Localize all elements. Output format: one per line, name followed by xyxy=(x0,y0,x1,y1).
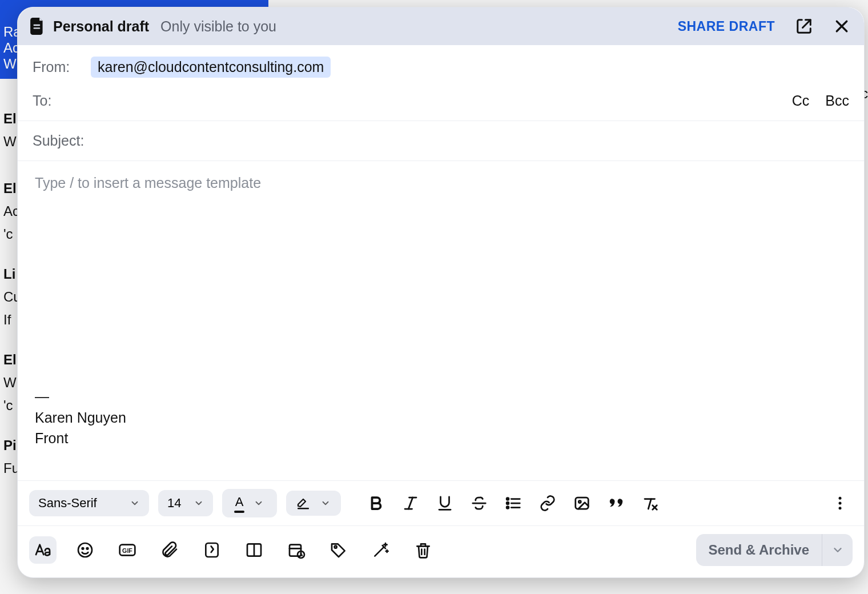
svg-point-24 xyxy=(87,548,89,549)
signature-name: Karen Nguyen xyxy=(35,407,847,428)
from-label: From: xyxy=(33,59,81,75)
signature-company: Front xyxy=(35,428,847,448)
popout-icon[interactable] xyxy=(795,18,813,35)
to-row[interactable]: To: Cc Bcc xyxy=(18,81,864,121)
highlighter-icon xyxy=(296,496,310,510)
signature: — Karen Nguyen Front xyxy=(35,386,847,448)
document-icon xyxy=(30,18,45,35)
send-options-button[interactable] xyxy=(822,534,853,566)
quote-button[interactable] xyxy=(604,491,629,516)
font-family-select[interactable]: Sans-Serif xyxy=(29,490,149,516)
quick-reply-button[interactable] xyxy=(198,536,226,564)
send-button-group: Send & Archive xyxy=(696,534,853,566)
compose-modal: Personal draft Only visible to you SHARE… xyxy=(17,7,865,578)
to-label: To: xyxy=(33,93,55,109)
font-size-select[interactable]: 14 xyxy=(158,490,213,516)
clear-format-button[interactable] xyxy=(638,491,663,516)
share-draft-button[interactable]: SHARE DRAFT xyxy=(678,19,775,34)
schedule-button[interactable] xyxy=(283,536,310,564)
template-button[interactable] xyxy=(240,536,268,564)
bold-button[interactable] xyxy=(364,491,389,516)
chevron-down-icon xyxy=(831,544,844,556)
chevron-down-icon xyxy=(320,498,331,508)
signature-dash: — xyxy=(35,386,847,407)
gif-button[interactable]: GIF xyxy=(114,536,141,564)
from-chip[interactable]: karen@cloudcontentconsulting.com xyxy=(91,57,331,78)
subject-row[interactable]: Subject: xyxy=(18,121,864,161)
body-placeholder: Type / to insert a message template xyxy=(35,175,847,191)
svg-point-33 xyxy=(335,546,337,548)
action-toolbar: GIF Send & Archive xyxy=(18,525,864,577)
attachment-button[interactable] xyxy=(156,536,183,564)
svg-point-8 xyxy=(507,498,509,500)
chevron-down-icon xyxy=(130,498,140,508)
svg-point-19 xyxy=(839,502,842,505)
text-color-icon: A xyxy=(235,495,244,512)
link-button[interactable] xyxy=(535,491,560,516)
svg-point-23 xyxy=(82,548,84,549)
tag-button[interactable] xyxy=(325,536,352,564)
bullet-list-button[interactable] xyxy=(501,491,526,516)
text-color-select[interactable]: A xyxy=(222,489,277,517)
format-toolbar: Sans-Serif 14 A xyxy=(18,480,864,525)
svg-rect-0 xyxy=(34,25,41,26)
modal-header: Personal draft Only visible to you SHARE… xyxy=(18,7,864,45)
cc-button[interactable]: Cc xyxy=(792,93,810,109)
ai-magic-button[interactable] xyxy=(367,536,395,564)
svg-rect-2 xyxy=(298,508,309,509)
svg-point-15 xyxy=(578,501,581,503)
font-family-value: Sans-Serif xyxy=(38,496,97,511)
from-row: From: karen@cloudcontentconsulting.com xyxy=(18,45,864,81)
text-format-toggle[interactable] xyxy=(29,536,57,564)
image-button[interactable] xyxy=(569,491,594,516)
subject-label: Subject: xyxy=(33,133,84,149)
svg-rect-30 xyxy=(290,545,301,556)
svg-point-18 xyxy=(839,497,842,500)
svg-rect-1 xyxy=(34,27,41,29)
header-subtitle: Only visible to you xyxy=(160,18,276,35)
close-icon[interactable] xyxy=(833,18,850,35)
chevron-down-icon xyxy=(194,498,204,508)
svg-line-5 xyxy=(408,497,413,509)
svg-point-20 xyxy=(839,507,842,509)
delete-button[interactable] xyxy=(409,536,437,564)
header-title: Personal draft xyxy=(53,18,149,35)
compose-body[interactable]: Type / to insert a message template — Ka… xyxy=(18,161,864,480)
highlight-color-select[interactable] xyxy=(286,491,341,516)
svg-point-9 xyxy=(507,502,509,504)
compose-fields: From: karen@cloudcontentconsulting.com T… xyxy=(18,45,864,161)
svg-point-22 xyxy=(78,543,92,557)
underline-button[interactable] xyxy=(432,491,457,516)
svg-point-10 xyxy=(507,507,509,509)
bcc-button[interactable]: Bcc xyxy=(825,93,849,109)
svg-text:GIF: GIF xyxy=(122,547,132,554)
chevron-down-icon xyxy=(254,498,264,508)
font-size-value: 14 xyxy=(167,496,181,511)
italic-button[interactable] xyxy=(398,491,423,516)
strikethrough-button[interactable] xyxy=(467,491,492,516)
send-archive-button[interactable]: Send & Archive xyxy=(696,534,822,566)
more-format-button[interactable] xyxy=(827,491,853,516)
emoji-button[interactable] xyxy=(71,536,99,564)
